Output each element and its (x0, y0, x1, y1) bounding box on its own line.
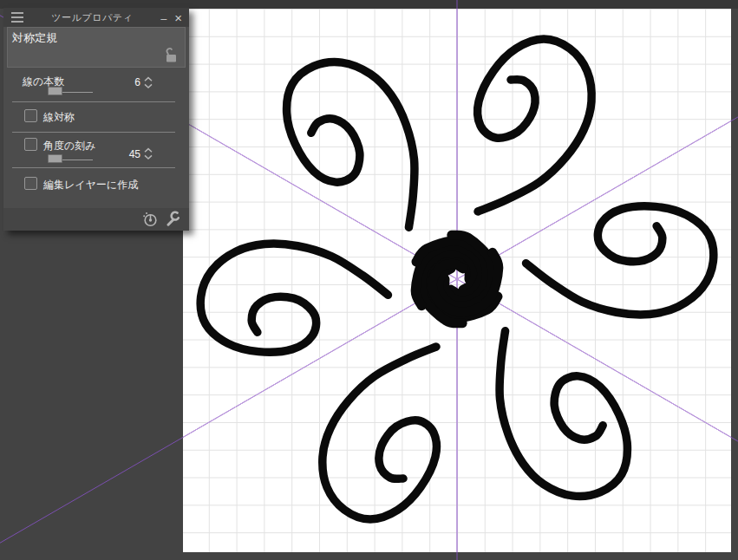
panel-menu-icon[interactable] (11, 12, 23, 23)
angle-step-label: 角度の刻み (43, 139, 96, 153)
separator (12, 167, 175, 168)
panel-title-bar: ツールプロパティ _ × (3, 8, 189, 27)
app-window: ツールプロパティ _ × 対称定規 線の本数 6 線対称 (0, 0, 738, 560)
angle-step-spinner[interactable] (143, 147, 153, 160)
close-button[interactable]: × (174, 10, 182, 25)
reset-dial-icon[interactable] (141, 211, 159, 228)
panel-title: ツールプロパティ (23, 11, 161, 24)
line-symmetry-label: 線対称 (43, 110, 75, 125)
angle-step-value[interactable]: 45 (113, 148, 140, 160)
line-symmetry-checkbox[interactable] (24, 109, 37, 122)
lines-count-spinner[interactable] (143, 76, 153, 89)
wrench-icon[interactable] (165, 211, 182, 228)
separator (12, 101, 175, 102)
tool-property-panel: ツールプロパティ _ × 対称定規 線の本数 6 線対称 (3, 8, 189, 231)
minimize-button[interactable]: _ (161, 11, 167, 16)
panel-footer (3, 208, 189, 231)
lines-count-value[interactable]: 6 (113, 76, 140, 88)
angle-step-checkbox[interactable] (24, 138, 37, 151)
unlock-icon[interactable] (164, 47, 178, 63)
create-on-edit-layer-label: 編集レイヤーに作成 (43, 178, 138, 192)
canvas[interactable] (183, 9, 731, 552)
angle-step-slider[interactable] (48, 154, 93, 164)
lines-count-slider[interactable] (48, 87, 93, 96)
create-on-edit-layer-checkbox[interactable] (24, 177, 37, 190)
tool-name: 対称定規 (12, 30, 57, 46)
tool-name-box: 対称定規 (7, 27, 186, 68)
separator (12, 132, 175, 133)
